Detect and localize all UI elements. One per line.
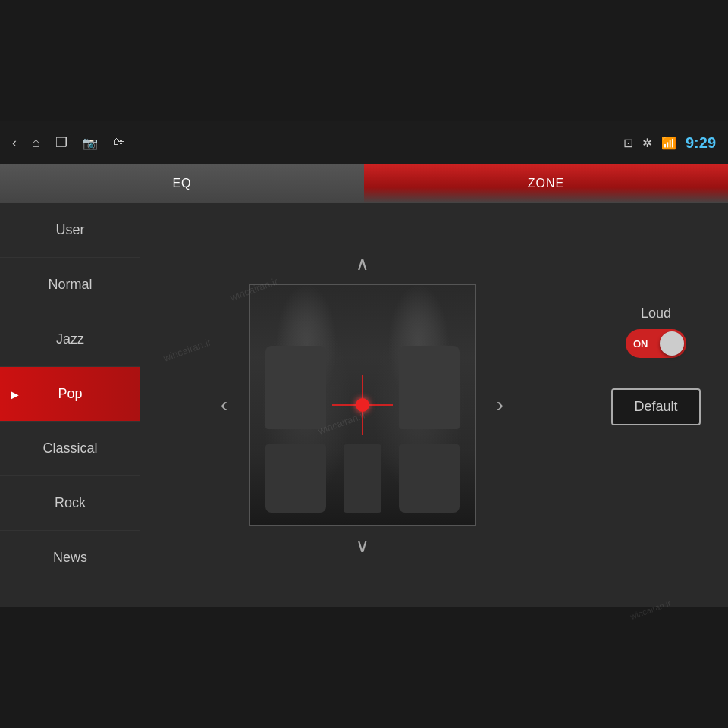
sidebar-item-rock[interactable]: Rock xyxy=(0,476,140,531)
device-screen: ‹ ⌂ ❐ 📷 🛍 ⊡ ✲ 📶 9:29 EQ ZONE xyxy=(0,121,728,607)
crosshair xyxy=(332,375,393,435)
status-bar: ‹ ⌂ ❐ 📷 🛍 ⊡ ✲ 📶 9:29 xyxy=(0,121,728,164)
clock: 9:29 xyxy=(686,134,716,152)
toggle-on-label: ON xyxy=(633,338,648,350)
sidebar-item-jazz[interactable]: Jazz xyxy=(0,312,140,367)
down-arrow-icon: ∨ xyxy=(356,535,369,557)
up-arrow-button[interactable]: ∧ xyxy=(346,250,379,278)
right-panel: Loud ON Default wincairan.ir wincairan.i… xyxy=(584,203,728,607)
windows-icon[interactable]: ❐ xyxy=(55,134,67,151)
seat-rear-center xyxy=(344,444,381,513)
right-arrow-icon: › xyxy=(497,393,504,417)
tab-zone[interactable]: ZONE xyxy=(364,164,728,203)
zone-map[interactable]: wincairan.ir xyxy=(249,284,476,526)
left-arrow-icon: ‹ xyxy=(221,393,228,417)
watermark-right: wincairan.ir xyxy=(629,598,671,621)
default-button[interactable]: Default xyxy=(611,388,700,425)
sidebar-item-pop[interactable]: ▶ Pop xyxy=(0,367,140,422)
main-content: User Normal Jazz ▶ Pop Classical Rock xyxy=(0,203,728,607)
down-arrow-button[interactable]: ∨ xyxy=(346,532,379,560)
home-icon[interactable]: ⌂ xyxy=(32,135,40,151)
sidebar-item-classical[interactable]: Classical xyxy=(0,422,140,476)
bag-icon[interactable]: 🛍 xyxy=(113,136,125,149)
seat-front-left xyxy=(265,346,326,429)
tab-eq[interactable]: EQ xyxy=(0,164,364,203)
cast-icon: ⊡ xyxy=(623,136,633,150)
right-arrow-button[interactable]: › xyxy=(484,391,517,419)
zone-map-container: ∧ ‹ xyxy=(208,250,517,560)
sidebar-item-news[interactable]: News xyxy=(0,531,140,585)
tab-bar: EQ ZONE xyxy=(0,164,728,203)
seat-rear-left xyxy=(265,444,326,513)
center-area: ∧ ‹ xyxy=(140,203,584,607)
play-indicator: ▶ xyxy=(11,388,19,400)
sidebar: User Normal Jazz ▶ Pop Classical Rock xyxy=(0,203,140,607)
toggle-knob xyxy=(660,331,684,356)
loud-toggle[interactable]: ON xyxy=(626,329,686,358)
seat-rear-right xyxy=(399,444,460,513)
wifi-icon: 📶 xyxy=(661,136,676,150)
toggle-container: ON xyxy=(626,329,686,358)
camera-icon[interactable]: 📷 xyxy=(83,136,98,150)
loud-label: Loud xyxy=(641,306,671,322)
crosshair-dot xyxy=(356,398,369,412)
up-arrow-icon: ∧ xyxy=(356,253,369,275)
left-arrow-button[interactable]: ‹ xyxy=(208,391,241,419)
bluetooth-icon: ✲ xyxy=(642,136,652,150)
zone-map-row: ‹ xyxy=(208,284,517,526)
status-right: ⊡ ✲ 📶 9:29 xyxy=(623,134,716,152)
sidebar-item-user[interactable]: User xyxy=(0,203,140,258)
seat-front-right xyxy=(399,346,460,429)
outer-wrapper: ‹ ⌂ ❐ 📷 🛍 ⊡ ✲ 📶 9:29 EQ ZONE xyxy=(0,0,728,728)
nav-icons: ‹ ⌂ ❐ 📷 🛍 xyxy=(12,134,608,151)
watermark-center: wincairan.ir xyxy=(162,336,213,364)
sidebar-item-normal[interactable]: Normal xyxy=(0,258,140,312)
back-icon[interactable]: ‹ xyxy=(12,135,17,151)
loud-section: Loud ON xyxy=(626,306,686,358)
